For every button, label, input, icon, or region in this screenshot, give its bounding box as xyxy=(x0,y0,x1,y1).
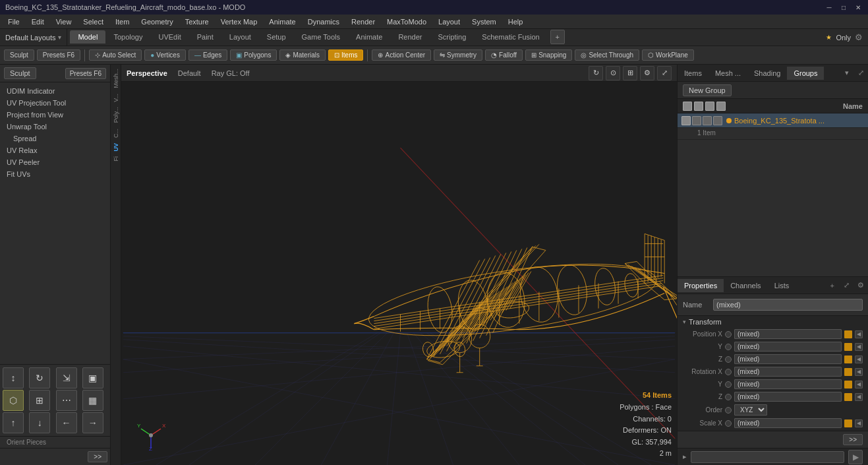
expand-left-button[interactable]: >> xyxy=(88,451,107,462)
tab-animate[interactable]: Animate xyxy=(348,30,390,44)
menu-geometry[interactable]: Geometry xyxy=(136,16,178,27)
viewport-tab-perspective[interactable]: Perspective xyxy=(127,69,167,77)
props-position-y-radio[interactable] xyxy=(725,344,732,350)
sculpt-button[interactable]: Sculpt xyxy=(4,49,34,61)
props-position-x-arr[interactable]: ◀ xyxy=(855,330,863,338)
close-button[interactable]: ✕ xyxy=(854,3,863,12)
add-tab-button[interactable]: + xyxy=(550,30,565,44)
menu-item[interactable]: Item xyxy=(110,16,134,27)
props-rotation-y-anim[interactable] xyxy=(844,381,852,388)
command-run-button[interactable]: ▶ xyxy=(848,450,863,464)
tool-icon-left[interactable]: ← xyxy=(56,412,77,433)
tab-setup[interactable]: Setup xyxy=(259,30,294,44)
workplane-button[interactable]: ⬡WorkPlane xyxy=(642,49,694,61)
tab-render[interactable]: Render xyxy=(390,30,430,44)
props-name-input[interactable] xyxy=(713,299,863,311)
props-rotation-z-radio[interactable] xyxy=(725,394,732,400)
rp-tab-items[interactable]: Items xyxy=(678,67,709,80)
props-order-dropdown[interactable]: XYZ XZY YXZ YZX ZXY ZYX xyxy=(734,404,767,416)
tool-icon-uv[interactable]: ⬡ xyxy=(3,390,24,411)
vis-eye-icon[interactable] xyxy=(683,102,692,111)
props-position-z-radio[interactable] xyxy=(725,356,732,363)
tab-paint[interactable]: Paint xyxy=(189,30,221,44)
settings-icon[interactable]: ⚙ xyxy=(855,32,863,42)
symmetry-button[interactable]: ⇋Symmetry xyxy=(434,49,482,61)
props-rotation-x-radio[interactable] xyxy=(725,369,732,375)
viewport-rotate-icon[interactable]: ↻ xyxy=(589,66,603,80)
props-scale-x-anim[interactable] xyxy=(844,419,852,427)
props-tab-lists[interactable]: Lists xyxy=(768,279,796,292)
presets-button[interactable]: Presets F6 xyxy=(37,49,80,61)
viewport-frame-icon[interactable]: ⊞ xyxy=(623,66,637,80)
tab-scripting[interactable]: Scripting xyxy=(430,30,475,44)
rp-tab-mesh[interactable]: Mesh ... xyxy=(709,67,747,80)
props-rotation-y-radio[interactable] xyxy=(725,381,732,388)
tool-icon-right[interactable]: → xyxy=(82,412,103,433)
tool-icon-panel[interactable]: ▦ xyxy=(82,390,103,411)
tool-icon-grid[interactable]: ⊞ xyxy=(29,390,50,411)
edges-button[interactable]: —Edges xyxy=(188,49,227,61)
props-tab-properties[interactable]: Properties xyxy=(678,279,724,292)
props-scale-x-input[interactable] xyxy=(734,418,842,428)
tool-icon-down[interactable]: ↓ xyxy=(29,412,50,433)
tool-icon-dots[interactable]: ⋯ xyxy=(56,390,77,411)
select-through-button[interactable]: ◎Select Through xyxy=(575,49,639,61)
props-position-y-input[interactable] xyxy=(734,342,842,352)
tool-icon-rotate[interactable]: ↻ xyxy=(29,367,50,388)
props-position-x-anim[interactable] xyxy=(844,330,852,338)
tab-topology[interactable]: Topology xyxy=(105,30,150,44)
menu-edit[interactable]: Edit xyxy=(26,16,49,27)
menu-view[interactable]: View xyxy=(51,16,77,27)
rp-tab-arrow[interactable]: ▾ xyxy=(840,66,854,80)
vis-render-icon[interactable] xyxy=(694,102,703,111)
falloff-button[interactable]: ◔Falloff xyxy=(485,49,523,61)
viewport-settings-icon[interactable]: ⚙ xyxy=(640,66,654,80)
tool-project-from-view[interactable]: Project from View xyxy=(0,109,110,121)
action-center-button[interactable]: ⊕Action Center xyxy=(372,49,431,61)
props-expand-btn[interactable]: ⤢ xyxy=(840,280,854,291)
menu-system[interactable]: System xyxy=(467,16,502,27)
rp-tab-shading[interactable]: Shading xyxy=(747,67,787,80)
props-rotation-y-arr[interactable]: ◀ xyxy=(855,381,863,388)
props-rotation-x-anim[interactable] xyxy=(844,368,852,376)
sculpt-mode-button[interactable]: Sculpt xyxy=(4,67,36,79)
tab-uvedit[interactable]: UVEdit xyxy=(150,30,188,44)
tool-fit-uvs[interactable]: Fit UVs xyxy=(0,168,110,180)
polygons-button[interactable]: ▣Polygons xyxy=(230,49,277,61)
menu-help[interactable]: Help xyxy=(503,16,529,27)
rp-expand-btn[interactable]: ⤢ xyxy=(854,67,868,78)
tab-game-tools[interactable]: Game Tools xyxy=(294,30,349,44)
tab-schematic-fusion[interactable]: Schematic Fusion xyxy=(474,30,547,44)
menu-max-to-modo[interactable]: MaxToModo xyxy=(382,16,432,27)
maximize-button[interactable]: □ xyxy=(839,3,848,12)
tool-uv-projection[interactable]: UV Projection Tool xyxy=(0,97,110,109)
menu-animate[interactable]: Animate xyxy=(264,16,301,27)
minimize-button[interactable]: ─ xyxy=(825,3,834,12)
props-position-x-input[interactable] xyxy=(734,329,842,339)
props-rotation-x-input[interactable] xyxy=(734,367,842,377)
props-position-z-input[interactable] xyxy=(734,354,842,364)
props-position-x-radio[interactable] xyxy=(725,331,732,338)
vertices-button[interactable]: ●Vertices xyxy=(144,49,186,61)
auto-select-button[interactable]: ⊹Auto Select xyxy=(89,49,142,61)
props-order-radio[interactable] xyxy=(725,407,732,414)
menu-select[interactable]: Select xyxy=(78,16,109,27)
props-position-y-anim[interactable] xyxy=(844,343,852,351)
props-scale-x-radio[interactable] xyxy=(725,420,732,427)
vis-box-icon[interactable] xyxy=(716,102,726,111)
props-tab-channels[interactable]: Channels xyxy=(724,279,767,292)
props-tab-plus[interactable]: + xyxy=(825,280,840,291)
props-rotation-z-input[interactable] xyxy=(734,392,842,402)
viewport-expand-icon[interactable]: ⤢ xyxy=(657,66,672,80)
tool-icon-box[interactable]: ▣ xyxy=(82,367,103,388)
props-transform-header[interactable]: Transform xyxy=(678,316,868,328)
tool-icon-up[interactable]: ↑ xyxy=(3,412,24,433)
new-group-button[interactable]: New Group xyxy=(683,84,732,96)
props-expand-bottom-btn[interactable]: >> xyxy=(843,434,863,445)
tool-icon-scale[interactable]: ⇲ xyxy=(56,367,77,388)
tool-udim-indicator[interactable]: UDIM Indicator xyxy=(0,85,110,97)
tool-uv-relax[interactable]: UV Relax xyxy=(0,144,110,156)
command-input[interactable] xyxy=(691,451,844,463)
menu-texture[interactable]: Texture xyxy=(180,16,214,27)
viewport-tab-ray-gl[interactable]: Ray GL: Off xyxy=(212,69,250,77)
